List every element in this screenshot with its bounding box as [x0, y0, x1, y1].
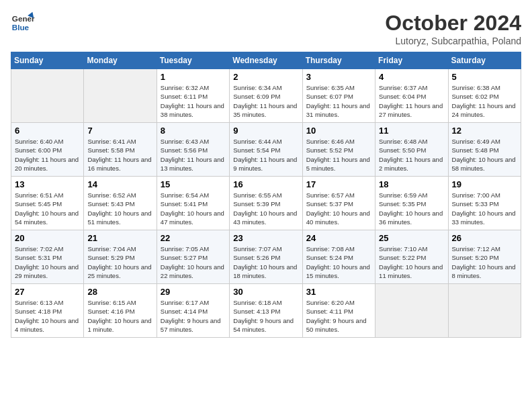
calendar-cell: 20Sunrise: 7:02 AMSunset: 5:31 PMDayligh…	[11, 230, 84, 284]
calendar-week-row: 1Sunrise: 6:32 AMSunset: 6:11 PMDaylight…	[11, 69, 521, 123]
day-info: Sunrise: 6:54 AMSunset: 5:41 PMDaylight:…	[161, 191, 226, 226]
day-info: Sunrise: 6:55 AMSunset: 5:39 PMDaylight:…	[233, 191, 298, 226]
month-title: October 2024	[385, 11, 521, 36]
day-number: 14	[87, 179, 152, 189]
calendar-cell	[375, 284, 448, 338]
day-info: Sunrise: 6:46 AMSunset: 5:52 PMDaylight:…	[306, 137, 371, 173]
calendar-cell: 12Sunrise: 6:49 AMSunset: 5:48 PMDayligh…	[448, 123, 521, 177]
day-info: Sunrise: 7:08 AMSunset: 5:24 PMDaylight:…	[306, 244, 371, 280]
day-info: Sunrise: 6:43 AMSunset: 5:56 PMDaylight:…	[161, 137, 226, 173]
day-number: 2	[233, 72, 298, 82]
weekday-header: Tuesday	[157, 52, 229, 69]
day-info: Sunrise: 6:37 AMSunset: 6:04 PMDaylight:…	[379, 83, 444, 119]
day-number: 6	[15, 126, 80, 136]
day-info: Sunrise: 6:59 AMSunset: 5:35 PMDaylight:…	[379, 191, 444, 226]
day-number: 21	[87, 233, 152, 243]
calendar-cell: 18Sunrise: 6:59 AMSunset: 5:35 PMDayligh…	[375, 177, 448, 230]
day-number: 17	[306, 179, 371, 189]
calendar-cell: 25Sunrise: 7:10 AMSunset: 5:22 PMDayligh…	[375, 230, 448, 284]
weekday-header: Wednesday	[230, 52, 302, 69]
calendar-cell: 31Sunrise: 6:20 AMSunset: 4:11 PMDayligh…	[302, 284, 375, 338]
day-number: 10	[306, 126, 371, 136]
day-info: Sunrise: 6:35 AMSunset: 6:07 PMDaylight:…	[306, 83, 371, 119]
calendar-cell: 8Sunrise: 6:43 AMSunset: 5:56 PMDaylight…	[157, 123, 229, 177]
calendar-cell: 10Sunrise: 6:46 AMSunset: 5:52 PMDayligh…	[302, 123, 375, 177]
day-number: 25	[379, 233, 444, 243]
day-number: 11	[379, 126, 444, 136]
day-number: 30	[233, 287, 298, 297]
day-number: 18	[379, 179, 444, 189]
day-info: Sunrise: 7:07 AMSunset: 5:26 PMDaylight:…	[233, 244, 298, 280]
day-number: 13	[15, 179, 80, 189]
weekday-header: Monday	[84, 52, 157, 69]
calendar-cell: 7Sunrise: 6:41 AMSunset: 5:58 PMDaylight…	[84, 123, 157, 177]
calendar-cell: 22Sunrise: 7:05 AMSunset: 5:27 PMDayligh…	[157, 230, 229, 284]
calendar-cell: 2Sunrise: 6:34 AMSunset: 6:09 PMDaylight…	[230, 69, 302, 123]
day-number: 15	[161, 179, 226, 189]
calendar-cell: 30Sunrise: 6:18 AMSunset: 4:13 PMDayligh…	[230, 284, 302, 338]
day-number: 16	[233, 179, 298, 189]
calendar-cell: 4Sunrise: 6:37 AMSunset: 6:04 PMDaylight…	[375, 69, 448, 123]
logo: General Blue	[11, 11, 35, 35]
day-info: Sunrise: 6:38 AMSunset: 6:02 PMDaylight:…	[452, 83, 517, 119]
day-info: Sunrise: 6:52 AMSunset: 5:43 PMDaylight:…	[87, 191, 152, 226]
day-number: 19	[452, 179, 517, 189]
day-number: 3	[306, 72, 371, 82]
calendar-cell: 26Sunrise: 7:12 AMSunset: 5:20 PMDayligh…	[448, 230, 521, 284]
day-info: Sunrise: 6:17 AMSunset: 4:14 PMDaylight:…	[161, 298, 226, 334]
calendar-week-row: 13Sunrise: 6:51 AMSunset: 5:45 PMDayligh…	[11, 177, 521, 230]
location-subtitle: Lutoryz, Subcarpathia, Poland	[385, 36, 521, 46]
day-number: 5	[452, 72, 517, 82]
calendar-week-row: 20Sunrise: 7:02 AMSunset: 5:31 PMDayligh…	[11, 230, 521, 284]
calendar-cell: 28Sunrise: 6:15 AMSunset: 4:16 PMDayligh…	[84, 284, 157, 338]
weekday-header: Thursday	[302, 52, 375, 69]
day-info: Sunrise: 6:15 AMSunset: 4:16 PMDaylight:…	[87, 298, 152, 334]
day-info: Sunrise: 6:41 AMSunset: 5:58 PMDaylight:…	[87, 137, 152, 173]
day-info: Sunrise: 7:05 AMSunset: 5:27 PMDaylight:…	[161, 244, 226, 280]
svg-text:Blue: Blue	[12, 23, 30, 32]
calendar-cell: 16Sunrise: 6:55 AMSunset: 5:39 PMDayligh…	[230, 177, 302, 230]
day-number: 29	[161, 287, 226, 297]
day-info: Sunrise: 6:34 AMSunset: 6:09 PMDaylight:…	[233, 83, 298, 119]
day-info: Sunrise: 6:49 AMSunset: 5:48 PMDaylight:…	[452, 137, 517, 173]
day-number: 7	[87, 126, 152, 136]
weekday-header: Sunday	[11, 52, 84, 69]
calendar-cell	[11, 69, 84, 123]
day-info: Sunrise: 6:18 AMSunset: 4:13 PMDaylight:…	[233, 298, 298, 334]
day-info: Sunrise: 6:44 AMSunset: 5:54 PMDaylight:…	[233, 137, 298, 173]
day-info: Sunrise: 6:51 AMSunset: 5:45 PMDaylight:…	[15, 191, 80, 226]
calendar-cell: 6Sunrise: 6:40 AMSunset: 6:00 PMDaylight…	[11, 123, 84, 177]
day-number: 12	[452, 126, 517, 136]
day-info: Sunrise: 6:48 AMSunset: 5:50 PMDaylight:…	[379, 137, 444, 173]
day-info: Sunrise: 7:02 AMSunset: 5:31 PMDaylight:…	[15, 244, 80, 280]
calendar-cell: 9Sunrise: 6:44 AMSunset: 5:54 PMDaylight…	[230, 123, 302, 177]
day-number: 27	[15, 287, 80, 297]
calendar-cell: 11Sunrise: 6:48 AMSunset: 5:50 PMDayligh…	[375, 123, 448, 177]
day-info: Sunrise: 6:20 AMSunset: 4:11 PMDaylight:…	[306, 298, 371, 334]
calendar-cell: 13Sunrise: 6:51 AMSunset: 5:45 PMDayligh…	[11, 177, 84, 230]
logo-icon: General Blue	[11, 11, 35, 35]
calendar-cell: 21Sunrise: 7:04 AMSunset: 5:29 PMDayligh…	[84, 230, 157, 284]
calendar-week-row: 27Sunrise: 6:13 AMSunset: 4:18 PMDayligh…	[11, 284, 521, 338]
day-number: 20	[15, 233, 80, 243]
page-header: General Blue October 2024 Lutoryz, Subca…	[11, 11, 521, 46]
calendar-cell: 3Sunrise: 6:35 AMSunset: 6:07 PMDaylight…	[302, 69, 375, 123]
calendar-cell: 14Sunrise: 6:52 AMSunset: 5:43 PMDayligh…	[84, 177, 157, 230]
calendar-cell: 29Sunrise: 6:17 AMSunset: 4:14 PMDayligh…	[157, 284, 229, 338]
day-info: Sunrise: 7:00 AMSunset: 5:33 PMDaylight:…	[452, 191, 517, 226]
calendar-cell: 5Sunrise: 6:38 AMSunset: 6:02 PMDaylight…	[448, 69, 521, 123]
calendar-cell: 1Sunrise: 6:32 AMSunset: 6:11 PMDaylight…	[157, 69, 229, 123]
day-info: Sunrise: 6:40 AMSunset: 6:00 PMDaylight:…	[15, 137, 80, 173]
day-number: 9	[233, 126, 298, 136]
calendar-cell	[448, 284, 521, 338]
calendar-cell: 17Sunrise: 6:57 AMSunset: 5:37 PMDayligh…	[302, 177, 375, 230]
day-info: Sunrise: 7:04 AMSunset: 5:29 PMDaylight:…	[87, 244, 152, 280]
title-block: October 2024 Lutoryz, Subcarpathia, Pola…	[385, 11, 521, 46]
day-info: Sunrise: 7:10 AMSunset: 5:22 PMDaylight:…	[379, 244, 444, 280]
day-info: Sunrise: 6:13 AMSunset: 4:18 PMDaylight:…	[15, 298, 80, 334]
day-number: 31	[306, 287, 371, 297]
weekday-header-row: SundayMondayTuesdayWednesdayThursdayFrid…	[11, 52, 521, 69]
day-number: 1	[161, 72, 226, 82]
day-info: Sunrise: 6:32 AMSunset: 6:11 PMDaylight:…	[161, 83, 226, 119]
day-number: 24	[306, 233, 371, 243]
